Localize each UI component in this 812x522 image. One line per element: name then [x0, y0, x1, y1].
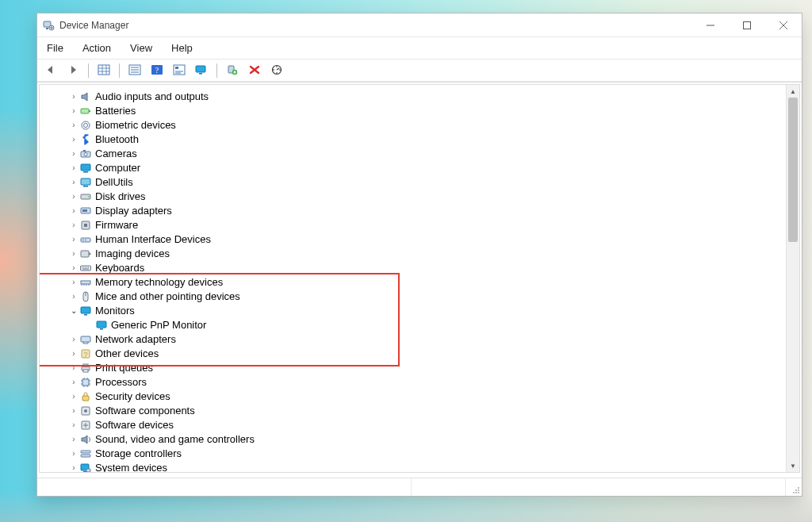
tree-node[interactable]: ›?Other devices	[44, 347, 787, 361]
tree-node-label[interactable]: Print queues	[95, 361, 153, 375]
menu-help[interactable]: Help	[168, 40, 196, 56]
tree-node-label[interactable]: Network adapters	[95, 332, 176, 347]
tree-node-label[interactable]: Monitors	[95, 304, 135, 318]
expand-closed-icon[interactable]: ›	[68, 461, 79, 472]
tree-node-label[interactable]: Imaging devices	[95, 247, 170, 261]
expand-closed-icon[interactable]: ›	[68, 275, 79, 290]
expand-closed-icon[interactable]: ›	[68, 261, 79, 275]
tree-node[interactable]: ›Print queues	[44, 361, 787, 375]
tree-node[interactable]: ›Network adapters	[44, 332, 787, 347]
tree-node-label[interactable]: Sound, video and game controllers	[95, 432, 255, 447]
tree-node[interactable]: ›Sound, video and game controllers	[44, 432, 787, 447]
toolbar-show-hid-button[interactable]	[94, 61, 114, 80]
tree-node[interactable]: Generic PnP Monitor	[44, 318, 787, 332]
tree-node-label[interactable]: Software components	[95, 404, 195, 418]
tree-node[interactable]: ›Display adapters	[44, 204, 787, 218]
tree-node[interactable]: ›Batteries	[44, 104, 787, 118]
resize-grip[interactable]	[786, 478, 802, 496]
expand-closed-icon[interactable]: ›	[68, 132, 79, 147]
expand-closed-icon[interactable]: ›	[68, 418, 79, 432]
tree-node[interactable]: ›Software components	[44, 404, 787, 418]
device-tree[interactable]: ›Audio inputs and outputs›Batteries›Biom…	[40, 85, 787, 472]
tree-node-label[interactable]: Storage controllers	[95, 447, 182, 461]
tree-node[interactable]: ›Imaging devices	[44, 247, 787, 261]
expand-closed-icon[interactable]: ›	[68, 361, 79, 375]
maximize-button[interactable]	[729, 13, 765, 36]
tree-node[interactable]: ›Storage controllers	[44, 447, 787, 461]
tree-node-label[interactable]: Mice and other pointing devices	[95, 290, 240, 304]
expand-closed-icon[interactable]: ›	[68, 247, 79, 261]
expand-closed-icon[interactable]: ›	[68, 204, 79, 218]
tree-node[interactable]: ›System devices	[44, 461, 787, 472]
tree-node-label[interactable]: Security devices	[95, 390, 170, 404]
tree-node-label[interactable]: Software devices	[95, 418, 174, 432]
toolbar-remove-button[interactable]	[244, 61, 265, 80]
expand-closed-icon[interactable]: ›	[68, 232, 79, 247]
scroll-down-button[interactable]: ▼	[787, 459, 799, 472]
vertical-scrollbar[interactable]: ▲ ▼	[786, 85, 799, 472]
toolbar-forward-button[interactable]	[63, 61, 83, 80]
expand-closed-icon[interactable]: ›	[68, 375, 79, 390]
menu-file[interactable]: File	[44, 40, 67, 56]
expand-closed-icon[interactable]: ›	[68, 347, 79, 361]
expand-closed-icon[interactable]: ›	[68, 290, 79, 304]
tree-node-label[interactable]: System devices	[95, 461, 167, 472]
tree-node-label[interactable]: Display adapters	[95, 204, 172, 218]
menu-action[interactable]: Action	[79, 40, 114, 56]
tree-node-label[interactable]: Generic PnP Monitor	[111, 318, 206, 332]
scroll-thumb[interactable]	[788, 98, 798, 242]
tree-node[interactable]: ›Processors	[44, 375, 787, 390]
expand-closed-icon[interactable]: ›	[68, 332, 79, 347]
tree-node-label[interactable]: Biometric devices	[95, 118, 176, 132]
expand-closed-icon[interactable]: ›	[68, 118, 79, 132]
expand-closed-icon[interactable]: ›	[68, 390, 79, 404]
toolbar-details-button[interactable]	[169, 61, 190, 80]
tree-node-label[interactable]: Audio inputs and outputs	[95, 90, 209, 104]
expand-closed-icon[interactable]: ›	[68, 190, 79, 204]
tree-node-label[interactable]: Batteries	[95, 104, 136, 118]
tree-node[interactable]: ›Bluetooth	[44, 132, 787, 147]
tree-node[interactable]: ›Audio inputs and outputs	[44, 90, 787, 104]
tree-node[interactable]: ›Human Interface Devices	[44, 232, 787, 247]
tree-node[interactable]: ›Firmware	[44, 218, 787, 232]
tree-node[interactable]: ›Keyboards	[44, 261, 787, 275]
tree-node-label[interactable]: Disk drives	[95, 190, 146, 204]
tree-node-label[interactable]: Memory technology devices	[95, 275, 223, 290]
expand-closed-icon[interactable]: ›	[68, 218, 79, 232]
toolbar-help-button[interactable]: ?	[147, 61, 167, 80]
tree-node[interactable]: ›Computer	[44, 161, 787, 175]
tree-node[interactable]: ›Software devices	[44, 418, 787, 432]
tree-node-label[interactable]: DellUtils	[95, 175, 133, 190]
expand-closed-icon[interactable]: ›	[68, 147, 79, 161]
tree-node[interactable]: ›Biometric devices	[44, 118, 787, 132]
tree-node[interactable]: ›Memory technology devices	[44, 275, 787, 290]
tree-node[interactable]: ›Mice and other pointing devices	[44, 290, 787, 304]
expand-closed-icon[interactable]: ›	[68, 161, 79, 175]
expand-open-icon[interactable]: ⌄	[68, 304, 79, 318]
toolbar-scan-button[interactable]	[266, 61, 287, 80]
tree-node-label[interactable]: Processors	[95, 375, 147, 390]
expand-closed-icon[interactable]: ›	[68, 90, 79, 104]
tree-node[interactable]: ›Cameras	[44, 147, 787, 161]
tree-node-label[interactable]: Firmware	[95, 218, 138, 232]
expand-closed-icon[interactable]: ›	[68, 432, 79, 447]
tree-node-label[interactable]: Computer	[95, 161, 140, 175]
close-button[interactable]	[765, 13, 802, 36]
scroll-up-button[interactable]: ▲	[787, 85, 799, 98]
expand-closed-icon[interactable]: ›	[68, 175, 79, 190]
tree-node-label[interactable]: Cameras	[95, 147, 137, 161]
toolbar-monitor-button[interactable]	[191, 61, 212, 80]
minimize-button[interactable]	[692, 13, 729, 36]
toolbar-add-button[interactable]	[222, 61, 243, 80]
expand-closed-icon[interactable]: ›	[68, 104, 79, 118]
menu-view[interactable]: View	[127, 40, 155, 56]
title-bar[interactable]: Device Manager	[37, 13, 802, 37]
scroll-track[interactable]	[787, 98, 799, 459]
tree-node[interactable]: ›DellUtils	[44, 175, 787, 190]
tree-node[interactable]: ›Security devices	[44, 390, 787, 404]
tree-node[interactable]: ›Disk drives	[44, 190, 787, 204]
toolbar-list-button[interactable]	[124, 61, 145, 80]
expand-closed-icon[interactable]: ›	[68, 447, 79, 461]
tree-node-label[interactable]: Keyboards	[95, 261, 144, 275]
tree-node[interactable]: ⌄Monitors	[44, 304, 787, 318]
